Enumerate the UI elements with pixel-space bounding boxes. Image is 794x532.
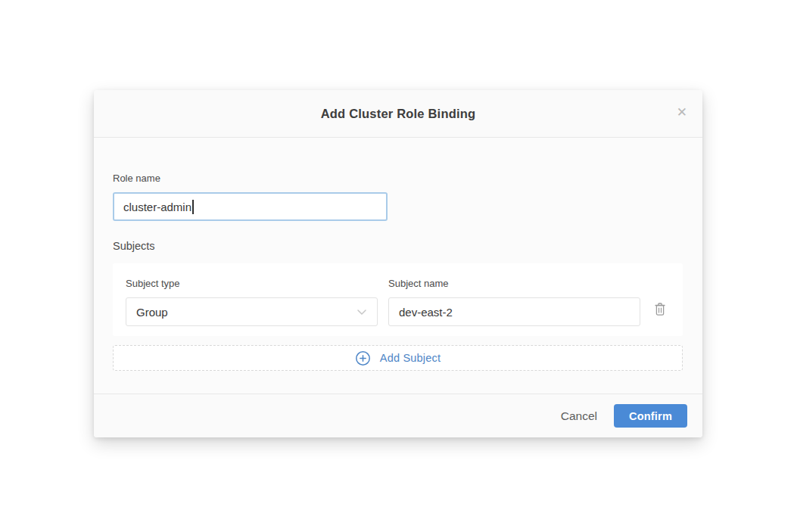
plus-circle-icon	[355, 350, 371, 366]
role-name-input[interactable]: cluster-admin	[113, 192, 388, 221]
modal-title: Add Cluster Role Binding	[321, 107, 476, 121]
add-subject-button[interactable]: Add Subject	[113, 345, 683, 371]
subject-name-label: Subject name	[388, 278, 640, 289]
subject-row: Subject type Group Subject name dev-east…	[113, 263, 683, 336]
subject-name-column: Subject name dev-east-2	[388, 278, 640, 326]
cancel-button[interactable]: Cancel	[553, 405, 605, 428]
subject-type-value: Group	[136, 306, 168, 319]
role-name-label: Role name	[113, 173, 684, 184]
add-cluster-role-binding-modal: Add Cluster Role Binding ✕ Role name clu…	[94, 90, 702, 437]
trash-icon	[654, 302, 666, 319]
subject-name-value: dev-east-2	[399, 306, 453, 319]
delete-subject-button[interactable]	[652, 300, 668, 320]
modal-body: Role name cluster-admin Subjects Subject…	[94, 138, 702, 394]
subject-type-label: Subject type	[126, 278, 378, 289]
close-icon[interactable]: ✕	[674, 103, 690, 122]
subject-type-column: Subject type Group	[126, 278, 378, 326]
text-caret	[192, 200, 194, 214]
subject-type-select[interactable]: Group	[126, 297, 378, 326]
role-name-value: cluster-admin	[123, 201, 191, 213]
subjects-section-label: Subjects	[113, 240, 684, 252]
modal-footer: Cancel Confirm	[94, 394, 702, 437]
modal-header: Add Cluster Role Binding ✕	[94, 90, 702, 138]
subject-name-input[interactable]: dev-east-2	[388, 297, 640, 326]
confirm-button[interactable]: Confirm	[614, 404, 687, 428]
chevron-down-icon	[357, 309, 367, 316]
add-subject-label: Add Subject	[380, 352, 441, 364]
